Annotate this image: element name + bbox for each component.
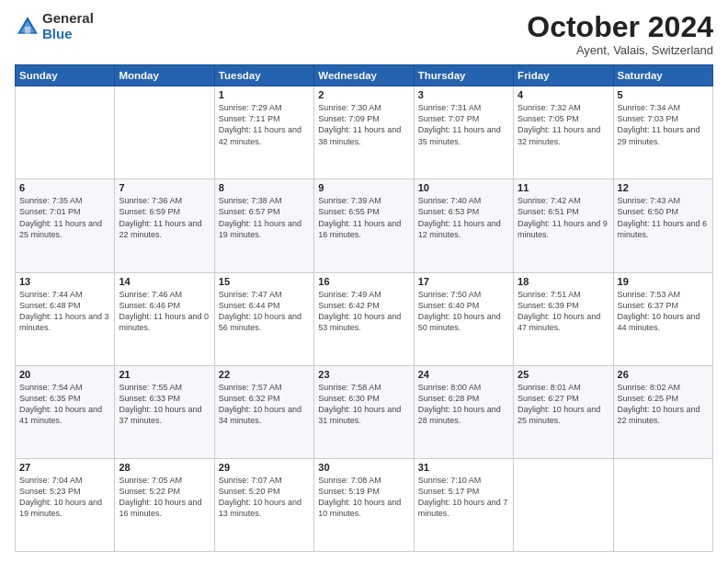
calendar-table: Sunday Monday Tuesday Wednesday Thursday… [15,64,713,552]
day-info: Sunrise: 8:00 AM Sunset: 6:28 PM Dayligh… [418,382,509,427]
day-number: 3 [418,89,509,100]
day-number: 14 [119,276,210,287]
calendar-week-3: 13Sunrise: 7:44 AM Sunset: 6:48 PM Dayli… [16,272,713,365]
day-info: Sunrise: 7:43 AM Sunset: 6:50 PM Dayligh… [618,195,709,240]
day-info: Sunrise: 7:05 AM Sunset: 5:22 PM Dayligh… [119,475,210,520]
day-info: Sunrise: 7:54 AM Sunset: 6:35 PM Dayligh… [19,382,110,427]
day-number: 31 [418,462,509,473]
col-monday: Monday [115,65,214,86]
day-number: 16 [318,276,409,287]
calendar-cell: 14Sunrise: 7:46 AM Sunset: 6:46 PM Dayli… [115,272,214,365]
day-number: 18 [518,276,609,287]
day-info: Sunrise: 7:57 AM Sunset: 6:32 PM Dayligh… [219,382,310,427]
month-title: October 2024 [527,11,713,43]
calendar-cell: 12Sunrise: 7:43 AM Sunset: 6:50 PM Dayli… [613,179,712,272]
calendar-cell [16,86,115,179]
svg-rect-2 [25,27,30,34]
day-info: Sunrise: 7:04 AM Sunset: 5:23 PM Dayligh… [19,475,110,520]
day-number: 4 [518,89,609,100]
day-info: Sunrise: 7:07 AM Sunset: 5:20 PM Dayligh… [219,475,310,520]
day-info: Sunrise: 7:51 AM Sunset: 6:39 PM Dayligh… [518,289,609,334]
col-friday: Friday [514,65,613,86]
calendar-cell: 6Sunrise: 7:35 AM Sunset: 7:01 PM Daylig… [16,179,115,272]
day-number: 6 [19,182,110,193]
day-number: 8 [219,182,310,193]
col-saturday: Saturday [613,65,712,86]
day-info: Sunrise: 7:44 AM Sunset: 6:48 PM Dayligh… [19,289,110,334]
calendar-week-1: 1Sunrise: 7:29 AM Sunset: 7:11 PM Daylig… [16,86,713,179]
day-number: 15 [219,276,310,287]
day-info: Sunrise: 7:36 AM Sunset: 6:59 PM Dayligh… [119,195,210,240]
calendar-week-4: 20Sunrise: 7:54 AM Sunset: 6:35 PM Dayli… [16,365,713,458]
calendar-cell: 5Sunrise: 7:34 AM Sunset: 7:03 PM Daylig… [613,86,712,179]
subtitle: Ayent, Valais, Switzerland [527,43,713,57]
day-number: 20 [19,369,110,380]
day-info: Sunrise: 7:58 AM Sunset: 6:30 PM Dayligh… [318,382,409,427]
day-number: 27 [19,462,110,473]
calendar-cell: 20Sunrise: 7:54 AM Sunset: 6:35 PM Dayli… [16,365,115,458]
logo-text: General Blue [42,11,94,41]
calendar-week-5: 27Sunrise: 7:04 AM Sunset: 5:23 PM Dayli… [16,458,713,551]
title-block: October 2024 Ayent, Valais, Switzerland [527,11,713,57]
day-info: Sunrise: 7:30 AM Sunset: 7:09 PM Dayligh… [318,102,409,147]
day-info: Sunrise: 7:38 AM Sunset: 6:57 PM Dayligh… [219,195,310,240]
header-row: Sunday Monday Tuesday Wednesday Thursday… [16,65,713,86]
calendar-cell: 23Sunrise: 7:58 AM Sunset: 6:30 PM Dayli… [314,365,414,458]
calendar-cell: 1Sunrise: 7:29 AM Sunset: 7:11 PM Daylig… [214,86,313,179]
day-number: 2 [318,89,409,100]
calendar-cell: 10Sunrise: 7:40 AM Sunset: 6:53 PM Dayli… [414,179,513,272]
calendar-cell: 18Sunrise: 7:51 AM Sunset: 6:39 PM Dayli… [514,272,613,365]
day-number: 29 [219,462,310,473]
calendar-cell: 28Sunrise: 7:05 AM Sunset: 5:22 PM Dayli… [115,458,214,551]
day-info: Sunrise: 7:49 AM Sunset: 6:42 PM Dayligh… [318,289,409,334]
day-number: 1 [219,89,310,100]
calendar-week-2: 6Sunrise: 7:35 AM Sunset: 7:01 PM Daylig… [16,179,713,272]
day-info: Sunrise: 7:46 AM Sunset: 6:46 PM Dayligh… [119,289,210,334]
calendar-cell: 29Sunrise: 7:07 AM Sunset: 5:20 PM Dayli… [214,458,313,551]
calendar-cell: 16Sunrise: 7:49 AM Sunset: 6:42 PM Dayli… [314,272,414,365]
calendar-cell [514,458,613,551]
day-info: Sunrise: 7:47 AM Sunset: 6:44 PM Dayligh… [219,289,310,334]
col-tuesday: Tuesday [214,65,313,86]
day-number: 7 [119,182,210,193]
day-info: Sunrise: 7:34 AM Sunset: 7:03 PM Dayligh… [618,102,709,147]
day-info: Sunrise: 7:50 AM Sunset: 6:40 PM Dayligh… [418,289,509,334]
col-wednesday: Wednesday [314,65,414,86]
calendar-cell: 19Sunrise: 7:53 AM Sunset: 6:37 PM Dayli… [613,272,712,365]
day-info: Sunrise: 7:55 AM Sunset: 6:33 PM Dayligh… [119,382,210,427]
day-number: 26 [618,369,709,380]
calendar-cell: 24Sunrise: 8:00 AM Sunset: 6:28 PM Dayli… [414,365,513,458]
day-number: 21 [119,369,210,380]
day-info: Sunrise: 7:08 AM Sunset: 5:19 PM Dayligh… [318,475,409,520]
day-info: Sunrise: 7:40 AM Sunset: 6:53 PM Dayligh… [418,195,509,240]
calendar-cell: 22Sunrise: 7:57 AM Sunset: 6:32 PM Dayli… [214,365,313,458]
day-info: Sunrise: 7:10 AM Sunset: 5:17 PM Dayligh… [418,475,509,520]
calendar-cell: 3Sunrise: 7:31 AM Sunset: 7:07 PM Daylig… [414,86,513,179]
day-number: 10 [418,182,509,193]
page: General Blue October 2024 Ayent, Valais,… [0,0,728,563]
calendar-cell [613,458,712,551]
col-thursday: Thursday [414,65,513,86]
col-sunday: Sunday [16,65,115,86]
day-info: Sunrise: 7:29 AM Sunset: 7:11 PM Dayligh… [219,102,310,147]
day-number: 28 [119,462,210,473]
day-number: 19 [618,276,709,287]
day-number: 23 [318,369,409,380]
calendar-cell: 7Sunrise: 7:36 AM Sunset: 6:59 PM Daylig… [115,179,214,272]
day-number: 13 [19,276,110,287]
logo: General Blue [15,11,94,41]
logo-icon [15,14,40,40]
calendar-cell: 9Sunrise: 7:39 AM Sunset: 6:55 PM Daylig… [314,179,414,272]
calendar-cell: 31Sunrise: 7:10 AM Sunset: 5:17 PM Dayli… [414,458,513,551]
day-info: Sunrise: 7:32 AM Sunset: 7:05 PM Dayligh… [518,102,609,147]
day-number: 24 [418,369,509,380]
day-number: 22 [219,369,310,380]
calendar-cell: 13Sunrise: 7:44 AM Sunset: 6:48 PM Dayli… [16,272,115,365]
day-number: 11 [518,182,609,193]
calendar-cell: 8Sunrise: 7:38 AM Sunset: 6:57 PM Daylig… [214,179,313,272]
day-number: 25 [518,369,609,380]
calendar-cell: 27Sunrise: 7:04 AM Sunset: 5:23 PM Dayli… [16,458,115,551]
day-number: 9 [318,182,409,193]
day-info: Sunrise: 7:39 AM Sunset: 6:55 PM Dayligh… [318,195,409,240]
day-info: Sunrise: 7:35 AM Sunset: 7:01 PM Dayligh… [19,195,110,240]
